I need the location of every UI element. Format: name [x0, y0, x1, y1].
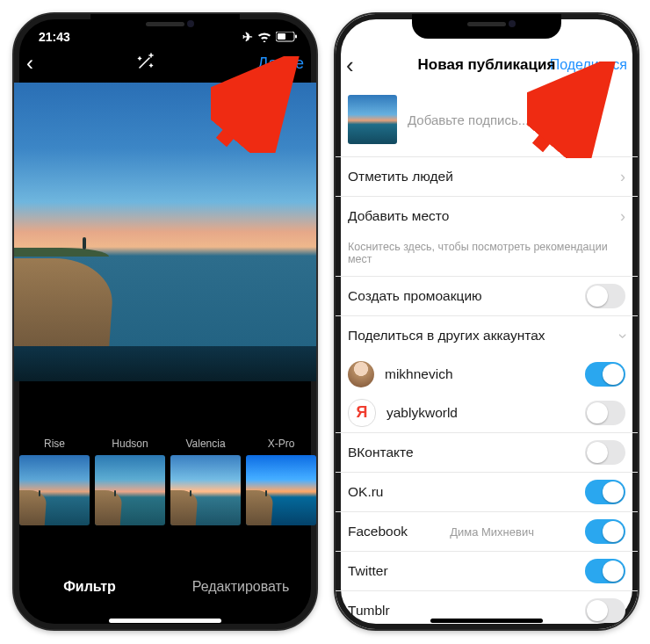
chevron-right-icon: › — [620, 207, 625, 226]
filter-label: X-Pro — [246, 438, 316, 450]
caption-row: Добавьте подпись... — [336, 90, 638, 156]
account-yablykworld[interactable]: Яyablykworld — [336, 394, 638, 432]
row-share-other-accounts[interactable]: Поделиться в других аккаунтах › — [336, 315, 638, 355]
share-target-name: ВКонтакте — [348, 445, 414, 460]
filter-label: Hudson — [95, 438, 165, 450]
row-label: Добавить место — [348, 208, 449, 224]
row-advanced-settings[interactable]: Расширенные настройки › — [336, 630, 638, 631]
filter-rise[interactable]: Rise — [19, 438, 90, 525]
share-Tumblr[interactable]: Tumblr — [336, 590, 638, 630]
filter-valencia[interactable]: Valencia — [170, 438, 241, 525]
avatar: Я — [348, 399, 376, 427]
chevron-down-icon: › — [614, 333, 632, 338]
account-mikhnevich[interactable]: mikhnevich — [336, 355, 638, 394]
phone-editor: 21:43 ✈ ‹ Далее RiseHudsonValenciaX-Pro … — [12, 12, 318, 631]
filter-thumb — [170, 455, 241, 525]
share-Facebook[interactable]: FacebookДима Михневич — [336, 511, 638, 551]
row-label: Создать промоакцию — [348, 288, 482, 304]
status-time: 21:43 — [39, 30, 70, 44]
filter-hudson[interactable]: Hudson — [95, 438, 165, 525]
row-create-promo[interactable]: Создать промоакцию — [336, 276, 638, 315]
phone-new-post: ‹ Новая публикация Поделиться Добавьте п… — [334, 12, 639, 631]
back-button[interactable]: ‹ — [346, 52, 354, 79]
filter-thumb — [95, 455, 165, 525]
share-target-meta: Дима Михневич — [450, 525, 534, 539]
tab-edit[interactable]: Редактировать — [165, 566, 316, 608]
location-hint[interactable]: Коснитесь здесь, чтобы посмотреть рекоме… — [336, 235, 638, 276]
toggle-promo[interactable] — [585, 284, 625, 308]
toggle-share[interactable] — [585, 440, 625, 465]
caption-thumbnail[interactable] — [348, 95, 397, 144]
share-button[interactable]: Поделиться — [550, 57, 627, 73]
share-target-name: OK.ru — [348, 484, 383, 500]
toggle-share[interactable] — [585, 559, 625, 583]
share-OK.ru[interactable]: OK.ru — [336, 472, 638, 511]
toggle-share[interactable] — [585, 480, 625, 504]
magic-wand-icon[interactable] — [136, 52, 155, 76]
share-target-name: Facebook — [348, 524, 408, 539]
row-label: Отметить людей — [348, 169, 453, 185]
account-name: yablykworld — [386, 405, 458, 421]
toggle-share[interactable] — [585, 519, 625, 544]
toggle-account[interactable] — [585, 362, 625, 387]
photo-preview[interactable] — [14, 83, 316, 381]
editor-navbar: ‹ Далее — [14, 44, 316, 83]
share-ВКонтакте[interactable]: ВКонтакте — [336, 432, 638, 472]
svg-rect-2 — [295, 35, 297, 39]
filter-strip[interactable]: RiseHudsonValenciaX-Pro — [14, 438, 316, 525]
caption-input[interactable]: Добавьте подпись... — [408, 112, 529, 127]
filter-label: Valencia — [170, 438, 241, 450]
toggle-account[interactable] — [585, 401, 625, 425]
row-tag-people[interactable]: Отметить людей › — [336, 156, 638, 196]
home-indicator[interactable] — [430, 619, 543, 623]
back-button[interactable]: ‹ — [26, 53, 33, 74]
filter-x-pro[interactable]: X-Pro — [246, 438, 316, 525]
status-icons: ✈ — [242, 30, 297, 44]
svg-rect-1 — [278, 33, 285, 40]
row-label: Поделиться в других аккаунтах — [348, 328, 545, 344]
tab-filter[interactable]: Фильтр — [14, 566, 165, 608]
editor-tabs: Фильтр Редактировать — [14, 566, 316, 608]
newpost-navbar: ‹ Новая публикация Поделиться — [336, 40, 638, 90]
account-name: mikhnevich — [385, 366, 453, 382]
filter-label: Rise — [19, 438, 90, 450]
filter-thumb — [19, 455, 90, 525]
avatar — [348, 361, 374, 387]
next-button[interactable]: Далее — [257, 54, 304, 73]
airplane-icon: ✈ — [242, 30, 253, 44]
chevron-right-icon: › — [620, 168, 625, 186]
share-target-name: Twitter — [348, 563, 388, 579]
share-target-name: Tumblr — [348, 603, 390, 619]
toggle-share[interactable] — [585, 598, 625, 623]
wifi-icon — [257, 32, 271, 42]
notch — [90, 14, 240, 39]
row-add-location[interactable]: Добавить место › — [336, 196, 638, 235]
home-indicator[interactable] — [109, 619, 221, 623]
battery-icon — [276, 32, 297, 42]
share-Twitter[interactable]: Twitter — [336, 551, 638, 590]
filter-thumb — [246, 455, 316, 525]
notch — [412, 14, 561, 39]
